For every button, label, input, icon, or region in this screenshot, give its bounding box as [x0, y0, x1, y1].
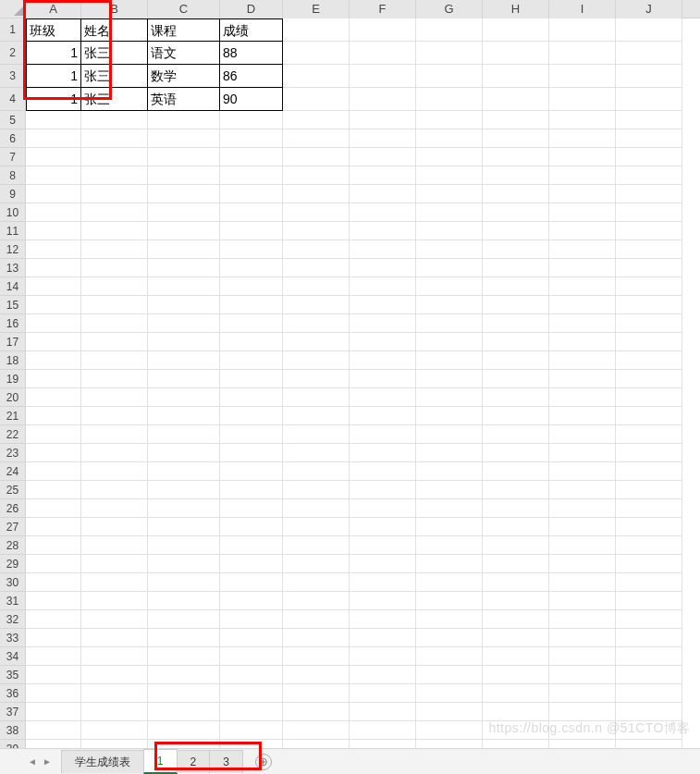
cell[interactable]	[616, 499, 682, 518]
cell[interactable]	[350, 647, 416, 666]
col-header-B[interactable]: B	[81, 0, 148, 18]
cell[interactable]	[549, 666, 616, 684]
cell[interactable]	[81, 388, 148, 407]
cell[interactable]	[148, 740, 220, 748]
cell[interactable]	[549, 481, 616, 499]
cell[interactable]	[81, 518, 148, 536]
row-header[interactable]: 26	[0, 499, 26, 518]
cell[interactable]	[26, 684, 81, 703]
col-header-J[interactable]: J	[616, 0, 682, 18]
cell[interactable]	[81, 555, 148, 573]
cell[interactable]	[350, 721, 416, 740]
cell[interactable]	[616, 703, 682, 721]
cell[interactable]	[220, 259, 283, 277]
cell[interactable]	[81, 370, 148, 388]
cell[interactable]	[220, 721, 283, 740]
cell[interactable]	[549, 240, 616, 259]
cell[interactable]	[283, 240, 350, 259]
cell[interactable]	[616, 65, 682, 88]
cell[interactable]	[283, 629, 350, 647]
row-header[interactable]: 31	[0, 592, 26, 610]
cell[interactable]	[81, 592, 148, 610]
cell[interactable]	[220, 370, 283, 388]
cell[interactable]	[148, 277, 220, 296]
cell[interactable]	[549, 296, 616, 314]
cell[interactable]	[26, 185, 81, 203]
cell[interactable]	[549, 573, 616, 592]
cell[interactable]	[350, 684, 416, 703]
cell[interactable]	[26, 721, 81, 740]
cell[interactable]	[549, 592, 616, 610]
table-data-cell[interactable]: 数学	[148, 65, 220, 88]
cell[interactable]	[81, 314, 148, 333]
cell[interactable]	[148, 647, 220, 666]
cell[interactable]	[616, 388, 682, 407]
cell[interactable]	[283, 536, 350, 555]
cell[interactable]	[350, 388, 416, 407]
cell[interactable]	[81, 444, 148, 462]
cell[interactable]	[26, 629, 81, 647]
cell[interactable]	[416, 592, 483, 610]
cell[interactable]	[283, 351, 350, 370]
cell[interactable]	[483, 18, 549, 42]
sheet-tab[interactable]: 3	[209, 750, 243, 773]
col-header-F[interactable]: F	[350, 0, 416, 18]
cell[interactable]	[148, 203, 220, 222]
cell[interactable]	[26, 499, 81, 518]
col-header-H[interactable]: H	[483, 0, 549, 18]
cell[interactable]	[416, 518, 483, 536]
row-header[interactable]: 32	[0, 610, 26, 629]
cell[interactable]	[350, 277, 416, 296]
cell[interactable]	[549, 610, 616, 629]
cell[interactable]	[26, 592, 81, 610]
row-header[interactable]: 36	[0, 684, 26, 703]
cell[interactable]	[283, 573, 350, 592]
cell[interactable]	[483, 481, 549, 499]
cell[interactable]	[148, 425, 220, 444]
cell[interactable]	[483, 425, 549, 444]
cell[interactable]	[283, 277, 350, 296]
cell[interactable]	[616, 536, 682, 555]
cell[interactable]	[220, 333, 283, 351]
cell[interactable]	[26, 240, 81, 259]
cell[interactable]	[549, 370, 616, 388]
cell[interactable]	[283, 684, 350, 703]
cell[interactable]	[81, 185, 148, 203]
row-header[interactable]: 11	[0, 222, 26, 240]
row-header[interactable]: 20	[0, 388, 26, 407]
cell[interactable]	[616, 647, 682, 666]
cell[interactable]	[81, 222, 148, 240]
cell[interactable]	[350, 203, 416, 222]
row-header[interactable]: 9	[0, 185, 26, 203]
cell[interactable]	[350, 370, 416, 388]
cell[interactable]	[549, 388, 616, 407]
cell[interactable]	[26, 610, 81, 629]
cell[interactable]	[26, 740, 81, 748]
cell[interactable]	[148, 240, 220, 259]
cell[interactable]	[148, 388, 220, 407]
cell[interactable]	[148, 462, 220, 481]
cell[interactable]	[283, 222, 350, 240]
cell[interactable]	[350, 462, 416, 481]
cell[interactable]	[416, 333, 483, 351]
cell[interactable]	[416, 647, 483, 666]
cell[interactable]	[81, 407, 148, 425]
cell[interactable]	[148, 444, 220, 462]
cell[interactable]	[549, 462, 616, 481]
cell[interactable]	[26, 203, 81, 222]
cell[interactable]	[549, 536, 616, 555]
row-header[interactable]: 37	[0, 703, 26, 721]
row-header[interactable]: 6	[0, 129, 26, 148]
cell[interactable]	[283, 148, 350, 166]
cell[interactable]	[283, 88, 350, 111]
cell[interactable]	[549, 740, 616, 748]
cell[interactable]	[220, 684, 283, 703]
cell[interactable]	[616, 88, 682, 111]
cell[interactable]	[220, 666, 283, 684]
row-header[interactable]: 8	[0, 166, 26, 185]
cell[interactable]	[220, 148, 283, 166]
row-header[interactable]: 21	[0, 407, 26, 425]
col-header-E[interactable]: E	[283, 0, 350, 18]
cell[interactable]	[26, 666, 81, 684]
cell[interactable]	[483, 462, 549, 481]
